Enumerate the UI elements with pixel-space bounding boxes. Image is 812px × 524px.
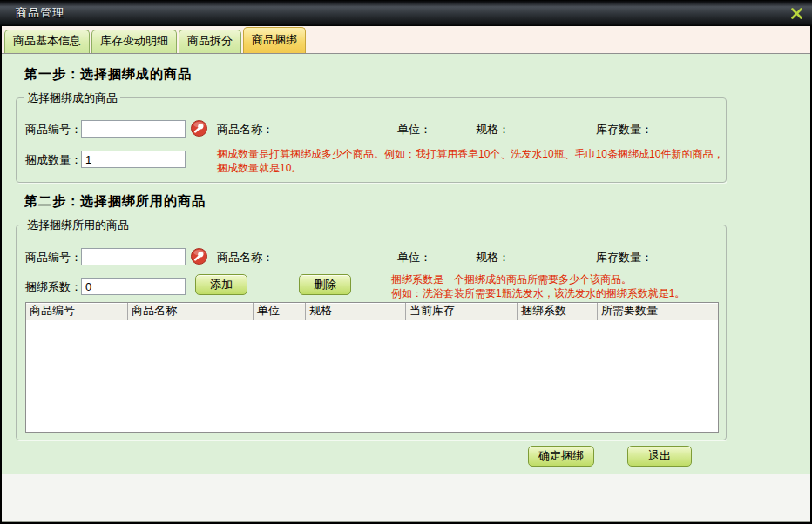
step2-bind-coef-label: 捆绑系数：: [25, 279, 82, 295]
step1-heading: 第一步：选择捆绑成的商品: [24, 66, 192, 83]
step2-heading: 第二步：选择捆绑所用的商品: [24, 193, 206, 210]
step1-spec-label: 规格：: [476, 122, 510, 138]
app-window: 商品管理 商品基本信息 库存变动明细 商品拆分 商品捆绑 第一步：选择捆绑成的商…: [0, 0, 812, 524]
confirm-bundle-button[interactable]: 确定捆绑: [528, 446, 594, 467]
step2-stock-label: 库存数量：: [596, 250, 653, 265]
step2-hint-line1: 捆绑系数是一个捆绑成的商品所需要多少个该商品。: [391, 272, 685, 286]
step2-hint: 捆绑系数是一个捆绑成的商品所需要多少个该商品。 例如：洗浴套装所需要1瓶洗发水，…: [391, 272, 685, 300]
col-unit: 单位: [253, 303, 305, 320]
col-required-qty: 所需要数量: [597, 303, 718, 320]
step1-hint-line2: 捆成数量就是10。: [217, 161, 723, 175]
bundle-tab-panel: 第一步：选择捆绑成的商品 选择捆绑成的商品 商品编号： 商品名称： 单位： 规格…: [2, 54, 810, 474]
tab-inventory-change-detail[interactable]: 库存变动明细: [91, 30, 177, 53]
delete-button[interactable]: 删除: [299, 274, 351, 295]
titlebar: 商品管理: [0, 0, 812, 26]
step1-bundle-qty-input[interactable]: [81, 151, 186, 168]
step2-unit-label: 单位：: [397, 250, 431, 265]
tab-bar: 商品基本信息 库存变动明细 商品拆分 商品捆绑: [2, 26, 810, 54]
col-bind-coef: 捆绑系数: [517, 303, 597, 320]
bundle-components-table: 商品编号 商品名称 单位 规格 当前库存 捆绑系数 所需要数量: [25, 302, 719, 433]
step2-bind-coef-input[interactable]: [81, 278, 186, 295]
step2-product-name-label: 商品名称：: [217, 250, 274, 265]
step1-product-name-label: 商品名称：: [217, 122, 274, 138]
exit-button[interactable]: 退出: [627, 446, 692, 467]
window-title: 商品管理: [16, 5, 64, 21]
step2-group-title: 选择捆绑所用的商品: [24, 218, 132, 233]
step2-search-icon[interactable]: [191, 248, 207, 265]
tab-product-basic-info[interactable]: 商品基本信息: [4, 30, 90, 53]
step1-groupbox: 选择捆绑成的商品 商品编号： 商品名称： 单位： 规格： 库存数量： 捆成数量：…: [16, 97, 727, 183]
step1-hint-line1: 捆成数量是打算捆绑成多少个商品。例如：我打算用香皂10个、洗发水10瓶、毛巾10…: [217, 147, 723, 161]
table-body-empty: [26, 320, 718, 432]
step1-stock-label: 库存数量：: [596, 122, 653, 138]
step1-product-code-input[interactable]: [81, 120, 186, 138]
step1-search-icon[interactable]: [191, 120, 207, 137]
col-current-stock: 当前库存: [405, 303, 517, 320]
tab-product-split[interactable]: 商品拆分: [179, 30, 241, 53]
step2-hint-line2: 例如：洗浴套装所需要1瓶洗发水，该洗发水的捆绑系数就是1。: [391, 286, 685, 300]
step1-bundle-qty-label: 捆成数量：: [25, 152, 82, 168]
step2-product-code-label: 商品编号：: [25, 250, 82, 265]
step1-hint: 捆成数量是打算捆绑成多少个商品。例如：我打算用香皂10个、洗发水10瓶、毛巾10…: [217, 147, 723, 175]
window-bottom-area: [2, 474, 810, 522]
step1-product-code-label: 商品编号：: [25, 122, 82, 138]
tab-product-bundle[interactable]: 商品捆绑: [243, 27, 306, 53]
step1-unit-label: 单位：: [397, 122, 431, 138]
close-icon[interactable]: [789, 6, 803, 20]
step1-group-title: 选择捆绑成的商品: [24, 91, 120, 106]
col-product-code: 商品编号: [26, 303, 127, 320]
col-product-name: 商品名称: [127, 303, 253, 320]
table-header-row: 商品编号 商品名称 单位 规格 当前库存 捆绑系数 所需要数量: [26, 303, 718, 320]
step2-product-code-input[interactable]: [81, 248, 186, 265]
step2-spec-label: 规格：: [476, 250, 510, 265]
col-spec: 规格: [305, 303, 405, 320]
add-button[interactable]: 添加: [195, 274, 247, 295]
step2-groupbox: 选择捆绑所用的商品 商品编号： 商品名称： 单位： 规格： 库存数量： 捆绑系数…: [16, 225, 727, 440]
